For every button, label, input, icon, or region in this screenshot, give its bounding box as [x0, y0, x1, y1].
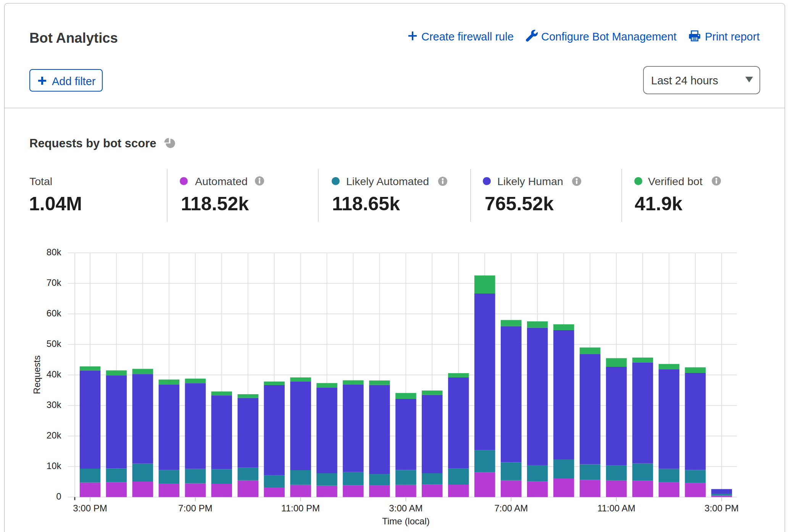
svg-text:Time (local): Time (local)	[382, 516, 429, 526]
svg-text:0: 0	[56, 491, 61, 501]
svg-text:50k: 50k	[47, 339, 62, 349]
svg-text:30k: 30k	[47, 400, 62, 410]
svg-text:40k: 40k	[47, 369, 62, 379]
svg-text:3:00 PM: 3:00 PM	[705, 503, 738, 513]
svg-text:70k: 70k	[47, 277, 62, 288]
svg-text:3:00 AM: 3:00 AM	[389, 503, 422, 513]
svg-text:11:00 PM: 11:00 PM	[281, 503, 320, 513]
svg-text:7:00 AM: 7:00 AM	[494, 503, 528, 513]
svg-text:60k: 60k	[47, 308, 62, 318]
svg-text:80k: 80k	[47, 247, 62, 257]
svg-text:3:00 PM: 3:00 PM	[73, 503, 107, 513]
svg-text:20k: 20k	[47, 430, 62, 440]
svg-text:11:00 AM: 11:00 AM	[597, 503, 635, 513]
svg-text:Requests: Requests	[32, 355, 42, 394]
svg-text:10k: 10k	[47, 461, 62, 471]
svg-text:7:00 PM: 7:00 PM	[178, 503, 212, 513]
